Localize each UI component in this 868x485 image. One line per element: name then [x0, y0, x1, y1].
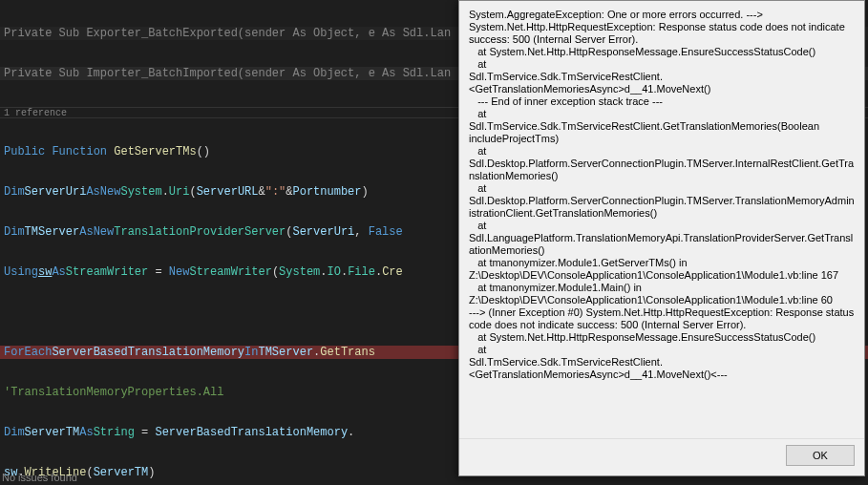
ok-button[interactable]: OK	[786, 445, 855, 466]
error-dialog: System.AggregateException: One or more e…	[458, 0, 865, 476]
status-bar: No issues found	[0, 472, 77, 485]
dialog-button-row: OK	[459, 438, 864, 475]
error-message-text: System.AggregateException: One or more e…	[459, 1, 864, 438]
